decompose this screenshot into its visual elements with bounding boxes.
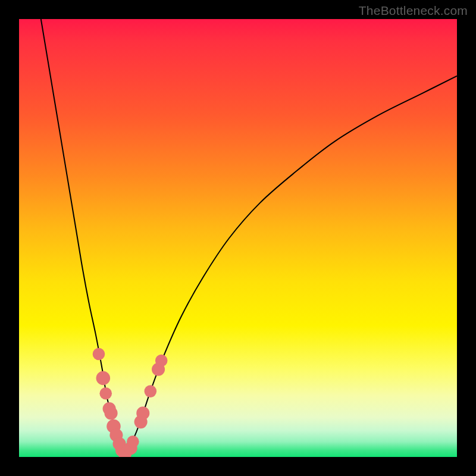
- curve-left-branch: [41, 19, 124, 455]
- outer-frame: TheBottleneck.com: [0, 0, 476, 476]
- highlight-marker: [99, 387, 112, 400]
- highlight-marker: [155, 355, 168, 367]
- highlight-markers: [93, 348, 168, 457]
- highlight-marker: [105, 406, 118, 419]
- curve-layer: [19, 19, 457, 457]
- highlight-marker: [127, 436, 139, 448]
- plot-area: [19, 19, 457, 457]
- highlight-marker: [144, 385, 156, 397]
- highlight-marker: [136, 406, 149, 419]
- watermark-text: TheBottleneck.com: [359, 4, 468, 18]
- highlight-marker: [93, 348, 105, 361]
- curve-right-branch: [124, 76, 457, 455]
- highlight-marker: [96, 371, 111, 386]
